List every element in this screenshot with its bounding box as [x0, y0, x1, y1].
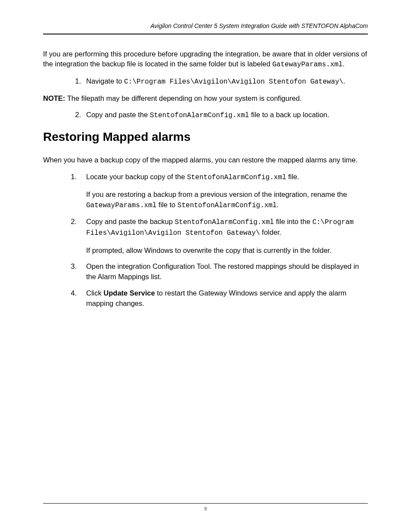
steps-list-1: 1. Navigate to C:\Program Files\Avigilon…: [43, 76, 368, 87]
list-item: 2. Copy and paste the backup StentofonAl…: [43, 217, 368, 255]
step-text-after: file to a back up location.: [249, 111, 329, 118]
section2-intro: When you have a backup copy of the mappe…: [43, 155, 368, 165]
page-container: Avigilon Control Center 5 System Integra…: [0, 0, 411, 341]
sub-code1: GatewayParams.xml: [86, 202, 156, 209]
step-text-before: Copy and paste the backup: [86, 218, 174, 225]
step-code1: StentofonAlarmConfig.xml: [174, 218, 274, 226]
sub-text-before: If you are restoring a backup from a pre…: [86, 190, 347, 198]
intro-code: GatewayParams.xml: [272, 61, 342, 68]
step-bold: Update Service: [103, 289, 155, 297]
page-footer: 9: [43, 503, 368, 511]
step-number: 1.: [69, 76, 81, 87]
intro-paragraph: If you are performing this procedure bef…: [43, 49, 368, 69]
step-sub-paragraph: If prompted, allow Windows to overwrite …: [86, 246, 368, 256]
step-text-before: Locate your backup copy of the: [86, 173, 187, 180]
step-number: 2.: [65, 217, 77, 227]
step-number: 2.: [69, 110, 81, 120]
step-number: 3.: [65, 261, 77, 272]
intro-text-after: .: [342, 60, 345, 68]
steps-list-1-cont: 2. Copy and paste the StentofonAlarmConf…: [43, 110, 368, 121]
sub-text-mid: file to: [156, 201, 177, 208]
step-text-after: .: [343, 77, 346, 85]
step-text-mid: file into the: [274, 218, 312, 225]
sub-text-after: .: [277, 201, 279, 208]
page-number: 9: [204, 506, 207, 511]
note-text: The filepath may be different depending …: [65, 94, 302, 102]
steps-list-2: 1. Locate your backup copy of the Stento…: [43, 172, 368, 309]
note-paragraph: NOTE: The filepath may be different depe…: [43, 93, 368, 104]
step-text: Open the integration Configuration Tool.…: [86, 262, 359, 280]
step-text-after: folder.: [260, 228, 281, 236]
step-number: 1.: [65, 172, 77, 182]
step-number: 4.: [65, 288, 77, 299]
section-heading: Restoring Mapped alarms: [43, 130, 368, 144]
step-text-after: file.: [286, 173, 299, 180]
step-code: StentofonAlarmConfig.xml: [150, 112, 249, 119]
note-label: NOTE:: [43, 94, 65, 102]
page-header: Avigilon Control Center 5 System Integra…: [43, 22, 368, 34]
list-item: 1. Navigate to C:\Program Files\Avigilon…: [43, 76, 368, 87]
page-content: If you are performing this procedure bef…: [43, 34, 368, 309]
header-title: Avigilon Control Center 5 System Integra…: [150, 22, 368, 29]
step-code: StentofonAlarmConfig.xml: [187, 174, 286, 181]
step-sub-paragraph: If you are restoring a backup from a pre…: [86, 190, 368, 211]
step-text-before: Click: [86, 289, 103, 297]
list-item: 1. Locate your backup copy of the Stento…: [43, 172, 368, 211]
step-text-before: Navigate to: [86, 77, 124, 85]
list-item: 2. Copy and paste the StentofonAlarmConf…: [43, 110, 368, 121]
list-item: 3. Open the integration Configuration To…: [43, 261, 368, 282]
step-code: C:\Program Files\Avigilon\Avigilon Stent…: [124, 78, 343, 86]
list-item: 4. Click Update Service to restart the G…: [43, 288, 368, 309]
sub-code2: StentofonAlarmConfig.xml: [177, 202, 277, 209]
step-text-before: Copy and paste the: [86, 111, 150, 118]
